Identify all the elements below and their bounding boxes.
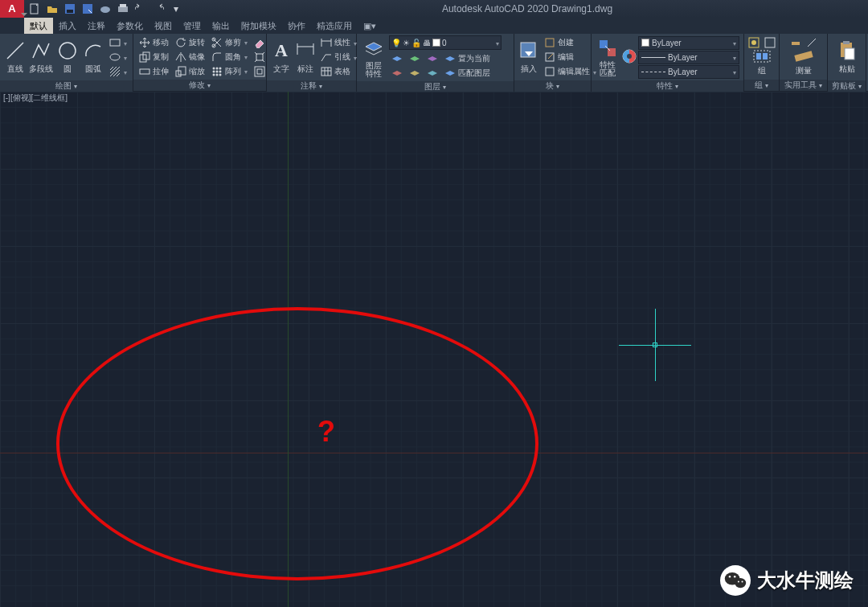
qat-dropdown-icon[interactable]: ▾	[169, 2, 183, 16]
panel-block-title[interactable]: 块	[546, 81, 559, 90]
svg-point-62	[729, 576, 731, 577]
new-icon[interactable]	[27, 2, 42, 16]
svg-rect-6	[120, 4, 126, 7]
color-combo-label: ByLayer	[652, 39, 682, 47]
linetype-combo[interactable]: ByLayer	[638, 65, 739, 79]
line-button[interactable]: 直线	[3, 35, 27, 79]
editattr-label: 编辑属性	[558, 66, 590, 77]
explode-button[interactable]	[252, 50, 268, 64]
panel-anno-title[interactable]: 注释	[301, 81, 321, 90]
layer-btn-4[interactable]	[407, 66, 423, 80]
tab-addins[interactable]: 附加模块	[235, 18, 282, 34]
color-combo[interactable]: ByLayer	[638, 36, 739, 50]
fillet-button[interactable]: 圆角	[209, 50, 250, 64]
 panel-annotate: A文字 标注 线性 引线 表格 注释	[267, 34, 357, 91]
open-icon[interactable]	[45, 2, 59, 16]
tab-collab[interactable]: 协作	[282, 18, 311, 34]
circle-button[interactable]: 圆	[55, 35, 80, 79]
redo-icon[interactable]	[151, 2, 166, 16]
tab-default[interactable]: 默认	[24, 18, 53, 34]
panel-clip-title[interactable]: 剪贴板	[832, 81, 861, 90]
tab-featured[interactable]: 精选应用	[311, 18, 358, 34]
layer-btn-6[interactable]	[424, 66, 440, 80]
panel-layers-title[interactable]: 图层	[424, 82, 445, 91]
group-button[interactable]: 组	[747, 49, 776, 76]
hatch-button[interactable]	[107, 65, 129, 79]
panel-props-title[interactable]: 特性	[657, 81, 678, 90]
insert-button[interactable]: 插入	[518, 35, 540, 79]
layer-btn-2[interactable]	[389, 66, 405, 80]
group-create-button[interactable]	[746, 35, 762, 49]
array-button[interactable]: 阵列	[209, 64, 250, 78]
color-button[interactable]	[622, 35, 637, 79]
tab-insert[interactable]: 插入	[53, 18, 82, 34]
layer-btn-1[interactable]	[389, 51, 405, 65]
lineweight-combo[interactable]: ByLayer	[638, 51, 739, 64]
layer-combo[interactable]: 💡 ☀ 🔓 🖶 0	[389, 35, 502, 50]
erase-button[interactable]	[252, 35, 268, 49]
util-btn-1[interactable]	[788, 35, 804, 49]
stretch-button[interactable]: 拉伸	[137, 64, 171, 78]
rotate-button[interactable]: 旋转	[173, 35, 207, 49]
matchlayer-button[interactable]: 匹配图层	[442, 66, 493, 80]
undo-icon[interactable]	[133, 2, 148, 16]
svg-point-63	[734, 576, 735, 577]
trim-button[interactable]: 修剪	[209, 35, 250, 49]
panel-block: 插入 创建 编辑 编辑属性 块	[514, 34, 592, 91]
plot-icon[interactable]	[116, 2, 130, 16]
tab-view[interactable]: 视图	[149, 18, 178, 34]
tab-annotate[interactable]: 注释	[82, 18, 111, 34]
dim-button[interactable]: 标注	[294, 35, 317, 79]
text-button[interactable]: A文字	[270, 35, 293, 79]
mirror-button[interactable]: 镜像	[173, 50, 207, 64]
panel-modify-title[interactable]: 修改	[189, 80, 210, 89]
svg-rect-27	[256, 54, 263, 60]
linear-button[interactable]: 线性	[318, 36, 359, 50]
edit-button[interactable]: 编辑	[542, 51, 599, 64]
setcurrent-button[interactable]: 置为当前	[442, 51, 493, 65]
ellipse-button[interactable]	[107, 51, 129, 64]
table-button[interactable]: 表格	[318, 65, 359, 79]
ribbon-tabs: 默认 插入 注释 参数化 视图 管理 输出 附加模块 协作 精选应用 ▣▾	[0, 18, 868, 34]
util-btn-2[interactable]	[804, 35, 820, 49]
matchlayer-label: 匹配图层	[458, 68, 490, 79]
tab-manage[interactable]: 管理	[178, 18, 207, 34]
scale-button[interactable]: 缩放	[173, 64, 207, 78]
paste-button[interactable]: 粘贴	[831, 35, 862, 79]
array-label: 阵列	[225, 66, 241, 77]
panel-draw-title[interactable]: 绘图	[55, 81, 76, 90]
tab-output[interactable]: 输出	[207, 18, 235, 34]
copy-button[interactable]: 复制	[137, 50, 171, 64]
measure-button[interactable]: 测量	[783, 49, 825, 76]
viewport-label[interactable]: [-][俯视][二维线框]	[3, 92, 68, 104]
drawing-canvas[interactable]: [-][俯视][二维线框] ? 大水牛测绘	[0, 92, 868, 607]
svg-rect-54	[763, 53, 768, 59]
move-button[interactable]: 移动	[137, 35, 171, 49]
group-edit-button[interactable]	[762, 35, 778, 49]
app-menu-button[interactable]: A	[0, 0, 24, 18]
polyline-label: 多段线	[29, 64, 53, 75]
cloud-icon[interactable]	[98, 2, 113, 16]
svg-point-23	[219, 70, 222, 72]
layer-props-label: 图层 特性	[366, 62, 382, 78]
arc-button[interactable]: 圆弧	[81, 35, 105, 79]
layer-btn-5[interactable]	[424, 51, 440, 65]
create-button[interactable]: 创建	[542, 36, 599, 50]
tab-apps-icon[interactable]: ▣▾	[358, 18, 382, 34]
matchprop-button[interactable]: 特性 匹配	[595, 35, 620, 79]
saveas-icon[interactable]	[80, 2, 95, 16]
linear-label: 线性	[334, 37, 350, 48]
wechat-icon	[720, 565, 751, 596]
rectangle-button[interactable]	[107, 36, 129, 50]
layer-props-button[interactable]: 图层 特性	[360, 36, 387, 80]
color-swatch	[432, 39, 440, 47]
layer-btn-3[interactable]	[407, 51, 423, 65]
leader-button[interactable]: 引线	[318, 51, 359, 64]
panel-util-title[interactable]: 实用工具	[784, 80, 821, 89]
panel-group-title[interactable]: 组	[755, 80, 768, 89]
offset-button[interactable]	[252, 64, 268, 78]
editattr-button[interactable]: 编辑属性	[542, 65, 599, 79]
polyline-button[interactable]: 多段线	[29, 35, 53, 79]
save-icon[interactable]	[63, 2, 77, 16]
tab-parametric[interactable]: 参数化	[111, 18, 149, 34]
